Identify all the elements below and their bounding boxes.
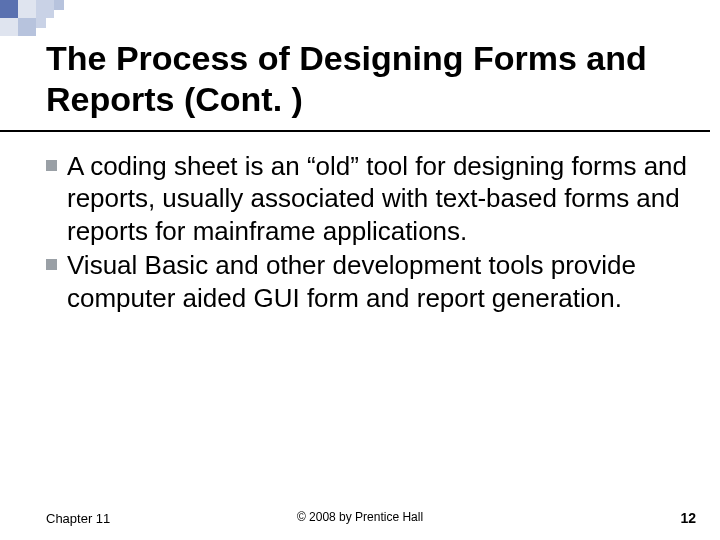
list-item: A coding sheet is an “old” tool for desi…	[46, 150, 690, 248]
deco-square	[54, 0, 64, 10]
list-item: Visual Basic and other development tools…	[46, 249, 690, 314]
deco-square	[0, 18, 18, 36]
bullet-text: A coding sheet is an “old” tool for desi…	[67, 150, 690, 248]
footer-copyright: © 2008 by Prentice Hall	[297, 510, 423, 524]
square-bullet-icon	[46, 259, 57, 270]
deco-square	[36, 0, 54, 18]
deco-square	[18, 0, 36, 18]
corner-decoration	[0, 0, 120, 40]
deco-square	[36, 18, 46, 28]
deco-square	[0, 0, 18, 18]
square-bullet-icon	[46, 160, 57, 171]
bullet-text: Visual Basic and other development tools…	[67, 249, 690, 314]
footer-chapter: Chapter 11	[46, 511, 110, 526]
slide-footer: Chapter 11 © 2008 by Prentice Hall 12	[0, 510, 720, 526]
footer-page-number: 12	[680, 510, 696, 526]
slide-body: A coding sheet is an “old” tool for desi…	[0, 132, 720, 315]
deco-square	[18, 18, 36, 36]
